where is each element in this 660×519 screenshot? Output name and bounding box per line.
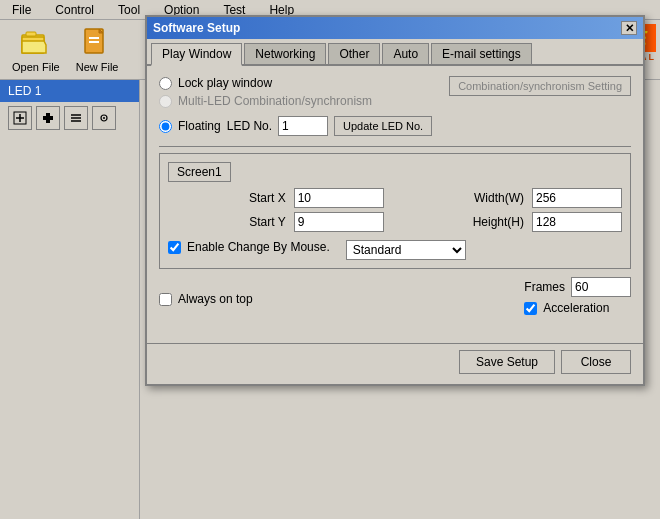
dialog-close-button[interactable]: ✕ <box>621 21 637 35</box>
tab-email-settings[interactable]: E-mail settings <box>431 43 532 64</box>
tab-play-window[interactable]: Play Window <box>151 43 242 66</box>
width-label: Width(W) <box>392 191 524 205</box>
dialog-overlay: Software Setup ✕ Play Window Networking … <box>0 0 660 519</box>
form-grid: Start X Width(W) Start Y Height(H) <box>168 188 622 232</box>
floating-row: Floating LED No. Update LED No. <box>159 116 631 136</box>
lock-play-window-radio[interactable] <box>159 77 172 90</box>
acceleration-row: Acceleration <box>524 301 609 315</box>
bottom-section: Always on top Frames Acceleration <box>159 277 631 321</box>
frames-label: Frames <box>524 280 565 294</box>
floating-label: Floating <box>178 119 221 133</box>
height-label: Height(H) <box>392 215 524 229</box>
tab-other[interactable]: Other <box>328 43 380 64</box>
always-on-top-label: Always on top <box>178 292 253 306</box>
enable-change-checkbox-row: Enable Change By Mouse. <box>168 240 330 254</box>
tab-networking[interactable]: Networking <box>244 43 326 64</box>
tab-auto[interactable]: Auto <box>382 43 429 64</box>
top-controls-area: Lock play window Multi-LED Combination/s… <box>159 76 631 136</box>
always-on-top-checkbox[interactable] <box>159 293 172 306</box>
dialog-footer: Save Setup Close <box>147 343 643 384</box>
dialog-content: Lock play window Multi-LED Combination/s… <box>147 66 643 339</box>
close-button[interactable]: Close <box>561 350 631 374</box>
acceleration-checkbox[interactable] <box>524 302 537 315</box>
start-y-label: Start Y <box>168 215 286 229</box>
multi-led-row: Multi-LED Combination/synchronism <box>159 94 631 108</box>
acceleration-label: Acceleration <box>543 301 609 315</box>
screen-section: Screen1 Start X Width(W) Start Y Height(… <box>159 153 631 269</box>
start-x-label: Start X <box>168 191 286 205</box>
dialog-titlebar: Software Setup ✕ <box>147 17 643 39</box>
enable-change-checkbox[interactable] <box>168 241 181 254</box>
floating-radio[interactable] <box>159 120 172 133</box>
dialog-title: Software Setup <box>153 21 240 35</box>
multi-led-label: Multi-LED Combination/synchronism <box>178 94 372 108</box>
always-on-top-row: Always on top <box>159 292 253 306</box>
mode-dropdown[interactable]: Standard Advanced <box>346 240 466 260</box>
frames-section: Frames Acceleration <box>524 277 631 321</box>
width-input[interactable] <box>532 188 622 208</box>
led-no-input[interactable] <box>278 116 328 136</box>
frames-row: Frames <box>524 277 631 297</box>
frames-input[interactable] <box>571 277 631 297</box>
lock-play-window-label: Lock play window <box>178 76 272 90</box>
save-setup-button[interactable]: Save Setup <box>459 350 555 374</box>
start-y-input[interactable] <box>294 212 384 232</box>
screen-tab-label: Screen1 <box>168 162 231 182</box>
start-x-input[interactable] <box>294 188 384 208</box>
enable-change-row: Enable Change By Mouse. Standard Advance… <box>168 240 622 260</box>
tab-bar: Play Window Networking Other Auto E-mail… <box>147 39 643 66</box>
combination-setting-button[interactable]: Combination/synchronism Setting <box>449 76 631 96</box>
led-no-label: LED No. <box>227 119 272 133</box>
enable-change-label: Enable Change By Mouse. <box>187 240 330 254</box>
update-led-no-button[interactable]: Update LED No. <box>334 116 432 136</box>
height-input[interactable] <box>532 212 622 232</box>
multi-led-radio[interactable] <box>159 95 172 108</box>
software-setup-dialog: Software Setup ✕ Play Window Networking … <box>145 15 645 386</box>
separator-1 <box>159 146 631 147</box>
